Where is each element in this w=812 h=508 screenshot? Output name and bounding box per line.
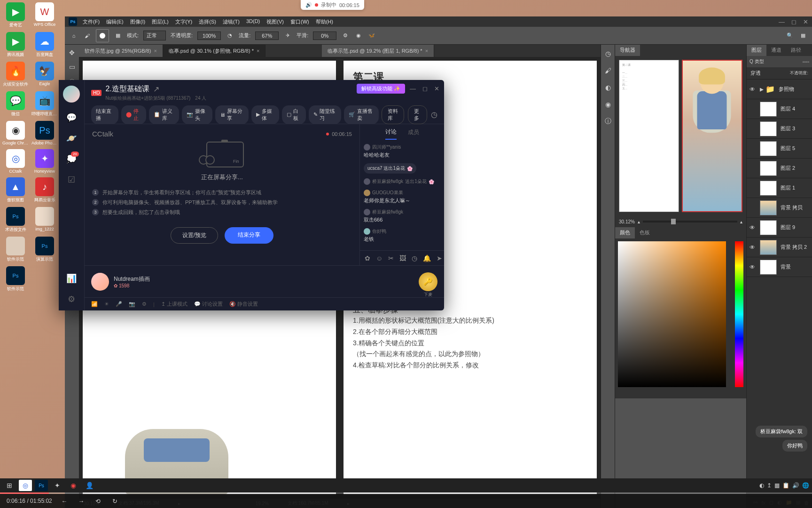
prev-icon[interactable]: ← [60,496,69,506]
close-icon[interactable]: ✕ [434,85,439,92]
discuss-setting[interactable]: 💬 讨论设置 [194,301,223,308]
start-button[interactable]: ⊞ [3,480,16,491]
desktop-icon[interactable]: ▶腾讯视频 [4,32,27,58]
ps-menu-item[interactable]: 图像(I) [130,18,145,25]
checkbox-icon[interactable]: ☑ [66,174,77,185]
desktop-icon[interactable]: ▲傲软抠图 [4,177,27,203]
layer-folder[interactable]: 👁▸ 📁参照物 [747,79,812,99]
ps-menu-item[interactable]: 滤镜(T) [223,18,240,25]
blend-mode-select[interactable]: 穿透 [750,70,761,77]
live-sell-button[interactable]: 🛒直播售卖 [344,105,379,124]
ps-tab[interactable]: 临摹示范.psd @ 19.2% (图层 1, RGB/8) *× [322,45,434,57]
tray-icon[interactable]: 🔊 [792,482,799,489]
planet-icon[interactable]: 🪐 [66,133,77,144]
desktop-icon[interactable]: ◎CCtalk [4,149,27,174]
navigator-panel[interactable]: 第二课一...二...三...四...五... [615,56,746,216]
desktop-icon[interactable]: ✦Honeyview [33,149,56,174]
bell-icon[interactable]: 🔔 [423,254,431,262]
desktop-icon[interactable]: Ps软件示范 [4,266,27,292]
camera-button[interactable]: 📷摄像头 [182,105,212,124]
members-tab[interactable]: 成员 [408,126,419,139]
ps-tab[interactable]: 临摹.psd @ 30.1% (参照物, RGB/8) *× [163,45,266,57]
scissors-icon[interactable]: ✂ [388,254,394,262]
chat-messages[interactable]: 四川师**yanis哈哈哈老友 ucsca7 送出1朵花🌸 桥豆麻袋fw8gk … [360,140,444,250]
taskbar-app[interactable]: ✦ [51,480,64,491]
minimize-icon[interactable]: — [779,18,785,25]
message-icon[interactable]: 💬 [66,112,77,123]
brushes-icon[interactable]: 🖌 [603,65,613,76]
workspace-icon[interactable]: ▦ [799,32,807,40]
desktop-icon[interactable]: 🔥火绒安全软件 [4,62,27,87]
visibility-icon[interactable]: 👁 [750,244,756,251]
unlock-premium-button[interactable]: 解锁高级功能 ✨ [357,84,405,94]
ps-menu-item[interactable]: 编辑(E) [106,18,124,25]
ps-tab[interactable]: 软件示范.jpg @ 25%(RGB/8)× [79,45,163,57]
visibility-icon[interactable]: 👁 [750,224,756,231]
smooth-input[interactable]: 0% [313,32,336,40]
adjustments-icon[interactable]: ◉ [603,99,613,110]
layer-item[interactable]: 图层 4 [747,99,812,119]
teacher-avatar[interactable] [91,273,109,291]
gear-icon[interactable]: ⚙ [341,32,350,40]
loop-icon[interactable]: ↻ [110,496,120,506]
ps-menu-item[interactable]: 文字(Y) [175,18,193,25]
close-icon[interactable]: ✕ [803,18,808,25]
lecture-button[interactable]: 📋讲义库 [149,105,179,124]
properties-icon[interactable]: ◐ [603,82,613,93]
material-button[interactable]: 资料库 [382,105,404,124]
tray-icon[interactable]: ↥ [767,482,772,489]
replay-icon[interactable]: ⟲ [94,496,103,506]
pressure-opacity-icon[interactable]: ◔ [226,32,234,40]
ps-menu-item[interactable]: 帮助(H) [316,18,333,25]
emoji-icon[interactable]: ☺ [376,254,383,262]
desktop-icon[interactable]: 📺哔哩哔哩直播姬 [33,91,56,117]
next-icon[interactable]: → [77,496,86,506]
close-icon[interactable]: × [154,48,156,54]
layer-filter[interactable]: Q 类型 ▫▫▫▫ [747,56,812,67]
brush-icon[interactable]: 🖌 [83,32,91,40]
mic-button[interactable]: 🔑 下麦 [419,272,437,291]
airbrush-icon[interactable]: ✈ [283,32,292,40]
info-icon[interactable]: ⓘ [603,116,613,127]
recording-indicator[interactable]: 🔊 录制中00:06:15 [301,0,364,10]
channels-tab[interactable]: 通道 [766,45,786,56]
end-share-button[interactable]: 结束分享 [225,227,273,244]
taskbar-app[interactable]: ◎ [19,480,32,491]
flower-icon[interactable]: ✿ [365,254,370,262]
symmetry-icon[interactable]: 🦋 [367,32,376,40]
maximize-icon[interactable]: ◻ [791,18,796,25]
zoom-in-icon[interactable]: ▴ [740,219,742,224]
camera-icon[interactable]: 📷 [129,301,135,307]
layer-item[interactable]: 👁背景 拷贝 2 [747,238,812,257]
close-icon[interactable]: × [425,48,428,54]
clock-icon[interactable]: ◷ [431,110,437,119]
color-field[interactable] [618,241,726,387]
layer-item[interactable]: 图层 3 [747,119,812,139]
whiteboard-button[interactable]: ▢白板 [282,105,306,124]
media-button[interactable]: ▶多媒体 [251,105,279,124]
desktop-icon[interactable]: ♪网易云音乐 [33,177,56,203]
maximize-icon[interactable]: ◻ [422,85,428,92]
desktop-icon[interactable]: Ps演算示范 [33,237,56,262]
color-tab[interactable]: 颜色 [615,227,635,238]
gear-icon[interactable]: ⚙ [66,294,77,305]
stats-icon[interactable]: 📊 [66,273,77,284]
zoom-slider[interactable] [643,221,737,222]
hue-slider[interactable] [735,241,743,387]
desktop-icon[interactable]: 软件示范 [4,237,27,262]
desktop-icon[interactable]: ☁百度网盘 [33,32,56,58]
tray-icon[interactable]: 🌐 [802,482,809,489]
layer-item[interactable]: 背景 拷贝 [747,198,812,218]
chat-icon[interactable]: 💭20 [66,153,77,165]
home-icon[interactable]: ⌂ [70,32,78,40]
external-link-icon[interactable]: ↗ [153,85,159,94]
layer-item[interactable]: 👁图层 9 [747,218,812,238]
upload-mode[interactable]: ↥ 上课模式 [161,301,187,308]
layer-item[interactable]: 图层 1 [747,178,812,198]
taskbar-app[interactable]: Ps [35,480,48,491]
practice-button[interactable]: ✎随堂练习 [309,105,341,124]
ps-menu-item[interactable]: 视图(V) [266,18,284,25]
layers-tab[interactable]: 图层 [747,45,766,56]
wifi-icon[interactable]: 📶 [91,301,98,307]
minimize-icon[interactable]: — [410,85,416,92]
